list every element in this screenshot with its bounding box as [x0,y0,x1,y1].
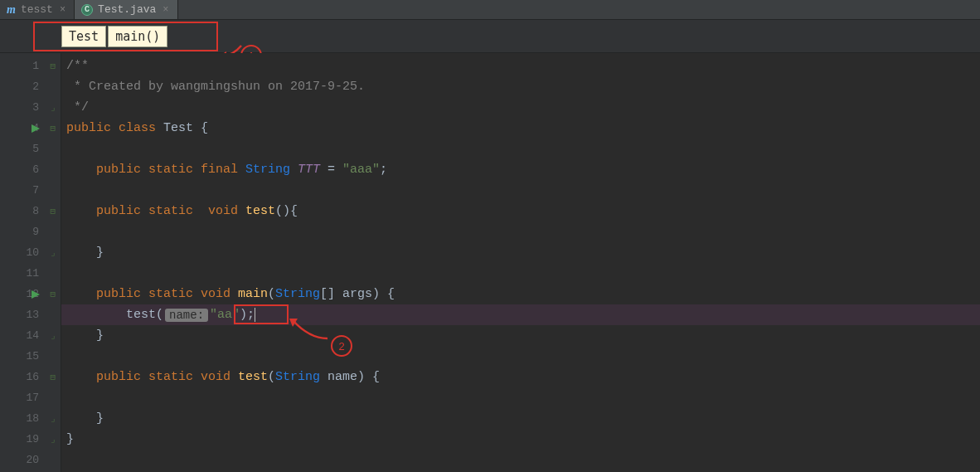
code-line[interactable]: } [61,429,980,450]
tab-test-java[interactable]: C Test.java × [75,0,177,19]
editor-tabs: m tesst × C Test.java × [0,0,980,20]
annotation-badge-2: 2 [331,335,352,357]
line-number: 7 [32,184,39,197]
fold-minus-icon[interactable]: ⊟ [50,206,56,217]
code-line[interactable]: } [61,408,980,429]
line-number: 3 [32,101,39,114]
fold-end-icon: ⌟ [50,434,56,445]
code-line[interactable]: * Created by wangmingshun on 2017-9-25. [61,76,980,97]
tab-label: Test.java [98,3,156,16]
code-line[interactable] [61,387,980,408]
text-caret [255,308,255,322]
gutter: 1⊟ 2 3⌟ 4 ⊟ 5 6 7 8⊟ 9 10⌟ 11 12 ⊟ 13 14… [0,53,61,472]
code-line[interactable]: /** [61,56,980,76]
line-number: 2 [32,80,39,93]
line-number: 13 [26,309,39,321]
code-line[interactable]: } [61,242,980,263]
line-number: 18 [26,412,39,425]
code-line[interactable] [61,450,980,470]
line-number: 6 [32,163,39,176]
line-number: 8 [32,205,39,217]
fold-minus-icon[interactable]: ⊟ [50,61,56,71]
annotation-arrow-2 [289,319,334,343]
run-icon[interactable] [31,124,41,134]
fold-end-icon: ⌟ [50,330,56,341]
breadcrumb-method[interactable]: main() [108,26,167,47]
fold-end-icon: ⌟ [50,247,56,258]
breadcrumb-bar: Test main() 1 [0,20,980,53]
class-icon: C [81,4,93,16]
code-line[interactable] [61,263,980,284]
line-number: 16 [26,371,39,383]
code-line[interactable]: public static final String TTT = "aaa"; [61,159,980,180]
fold-end-icon: ⌟ [50,102,56,113]
code-line[interactable] [61,221,980,242]
line-number: 20 [26,454,39,466]
line-number: 1 [32,60,39,72]
fold-minus-icon[interactable]: ⊟ [50,372,56,382]
line-number: 15 [26,350,39,363]
close-icon[interactable]: × [161,4,170,16]
code-line[interactable]: */ [61,97,980,118]
code-line[interactable]: public class Test { [61,118,980,139]
fold-minus-icon[interactable]: ⊟ [50,289,56,299]
close-icon[interactable]: × [58,4,67,16]
tab-tesst[interactable]: m tesst × [0,0,75,19]
line-number: 10 [26,246,39,259]
code-line[interactable]: public static void test(){ [61,201,980,221]
code-editor[interactable]: 1⊟ 2 3⌟ 4 ⊟ 5 6 7 8⊟ 9 10⌟ 11 12 ⊟ 13 14… [0,53,980,472]
manifest-icon: m [7,3,16,17]
code-area[interactable]: /** * Created by wangmingshun on 2017-9-… [61,53,980,472]
code-line[interactable] [61,346,980,367]
code-line[interactable]: public static void test(String name) { [61,367,980,387]
fold-end-icon: ⌟ [50,413,56,424]
code-line-current[interactable]: test(name:"aa"); [61,304,980,325]
tab-label: tesst [21,3,53,16]
run-icon[interactable] [31,290,41,299]
line-number: 9 [32,226,39,238]
line-number: 5 [32,143,39,155]
breadcrumb-class[interactable]: Test [61,26,106,47]
line-number: 11 [26,267,39,280]
code-line[interactable]: public static void main(String[] args) { [61,284,980,304]
code-line[interactable]: } [61,325,980,346]
param-hint: name: [165,309,208,322]
code-line[interactable] [61,139,980,159]
line-number: 14 [26,329,39,342]
code-line[interactable] [61,180,980,201]
line-number: 19 [26,433,39,445]
line-number: 17 [26,392,39,404]
fold-minus-icon[interactable]: ⊟ [50,123,56,134]
